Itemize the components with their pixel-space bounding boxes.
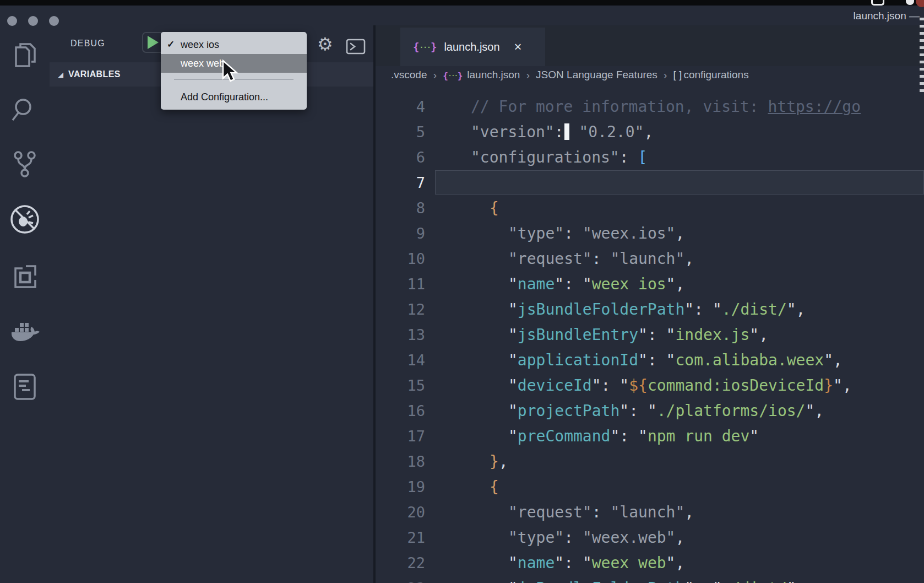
source-control-icon[interactable] [0,147,50,182]
code-token: ./dist/ [722,579,787,583]
code-line[interactable]: 10"request": "launch", [376,246,924,271]
line-number: 9 [376,225,425,242]
line-number: 13 [376,326,425,343]
minimize-window-button[interactable] [28,16,38,26]
line-number: 11 [376,276,425,293]
code-line[interactable]: 5"version": "0.2.0", [376,119,924,144]
activity-bar [0,25,50,583]
screen-edge-artifact [920,18,924,95]
variables-section-label: VARIABLES [68,69,121,79]
code-line[interactable]: 14"applicationId": "com.alibaba.weex", [376,347,924,373]
search-icon[interactable] [0,93,50,128]
code-line[interactable]: 23"jsBundleFolderPath": "./dist/", [376,575,924,583]
close-tab-icon[interactable]: × [514,41,522,52]
explorer-icon[interactable] [0,37,50,73]
code-token: " [508,275,518,293]
code-line[interactable]: 21"type": "weex.web", [376,525,924,550]
extensions-icon[interactable] [0,258,50,294]
breadcrumb-item--vscode[interactable]: .vscode [391,69,427,81]
code-line[interactable]: 17"preCommand": "npm run dev" [376,423,924,449]
code-line[interactable]: 19{ [376,474,924,499]
code-token: " [749,326,759,344]
code-line[interactable]: 8{ [376,195,924,220]
code-editor[interactable]: 4// For more information, visit: https:/… [376,84,924,583]
menu-item-label: weex ios [181,39,219,50]
code-token: " [610,427,619,445]
code-token: jsBundleFolderPath [518,300,684,319]
code-token: "type" [508,528,564,547]
breadcrumb-item-json-language-features[interactable]: JSON Language Features [536,69,657,81]
line-content: }, [425,452,508,471]
code-line[interactable]: 9"type": "weex.ios", [376,220,924,246]
menu-item-add-configuration[interactable]: Add Configuration... [161,88,307,106]
line-number: 14 [376,352,425,369]
code-token: ./dist/ [722,300,787,319]
line-number: 15 [376,377,425,394]
code-line[interactable]: 13"jsBundleEntry": "index.js", [376,322,924,347]
code-line[interactable]: 4// For more information, visit: https:/… [376,94,924,119]
code-token: " [666,275,676,293]
code-token: : [648,351,666,369]
code-token: "0.2.0" [570,123,644,141]
code-line[interactable]: 16"projectPath": "./platforms/ios/", [376,398,924,423]
code-line[interactable]: 6"configurations": [ [376,144,924,170]
screen-menubar-strip [0,0,924,6]
code-token: " [619,376,629,395]
line-number: 16 [376,402,425,419]
code-token: } [490,452,499,471]
debug-disabled-icon[interactable] [0,202,50,237]
gear-icon[interactable]: ⚙ [317,35,333,53]
code-token: // For more information, visit: [471,98,768,116]
code-line[interactable]: 15"deviceId": "${command:iosDeviceId}", [376,373,924,398]
code-token: " [666,351,676,369]
code-token: : [564,554,583,572]
code-token: " [787,579,796,583]
output-icon[interactable] [0,369,50,404]
line-content: // For more information, visit: https://… [425,98,861,116]
menu-item-label: weex web [181,58,225,69]
docker-icon[interactable] [0,314,50,349]
code-token: : [694,579,713,583]
code-line[interactable]: 20"request": "launch", [376,499,924,525]
code-line[interactable]: 22"name": "weex web", [376,550,924,575]
code-token: index.js [675,326,749,344]
breadcrumb-item-launch-json[interactable]: launch.json [467,69,520,81]
line-content: "type": "weex.ios", [425,224,684,242]
code-line[interactable]: 12"jsBundleFolderPath": "./dist/", [376,296,924,322]
array-brackets-icon: [ ] [673,69,682,81]
code-token: " [666,554,676,572]
code-token: "type" [508,224,564,242]
code-token: " [555,554,564,572]
close-window-button[interactable] [7,16,17,26]
line-number: 8 [376,199,425,217]
breadcrumb-item-configurations[interactable]: configurations [683,69,748,81]
code-token: command:iosDeviceId [648,376,824,395]
code-token: , [675,224,684,242]
code-token: : [564,528,583,547]
line-number: 23 [376,580,425,583]
line-content: "request": "launch", [425,503,694,521]
code-line[interactable]: 18}, [376,449,924,474]
code-line[interactable]: 7 [376,170,924,195]
code-token: "launch" [610,503,684,521]
debug-console-icon[interactable] [346,39,366,57]
code-token: : [555,123,564,141]
menu-item-weex-ios[interactable]: ✓weex ios [161,35,307,54]
code-token: , [644,123,653,141]
code-token: " [638,326,648,344]
zoom-window-button[interactable] [49,16,59,26]
code-token: " [583,275,592,293]
tab-launch-json[interactable]: {···} launch.json × [400,28,545,66]
code-token: " [805,402,814,420]
code-token: [ [638,148,647,166]
code-token: ./platforms/ios/ [657,402,806,420]
code-token: deviceId [518,376,592,395]
code-token: ${ [629,376,648,395]
code-token: : [619,148,638,166]
code-token: : [564,275,583,293]
code-line[interactable]: 11"name": "weex ios", [376,271,924,296]
code-token: , [796,300,806,319]
breadcrumb: .vscode›{···}launch.json›JSON Language F… [376,66,924,84]
code-token: "launch" [610,250,684,268]
line-content: "deviceId": "${command:iosDeviceId}", [425,376,852,395]
